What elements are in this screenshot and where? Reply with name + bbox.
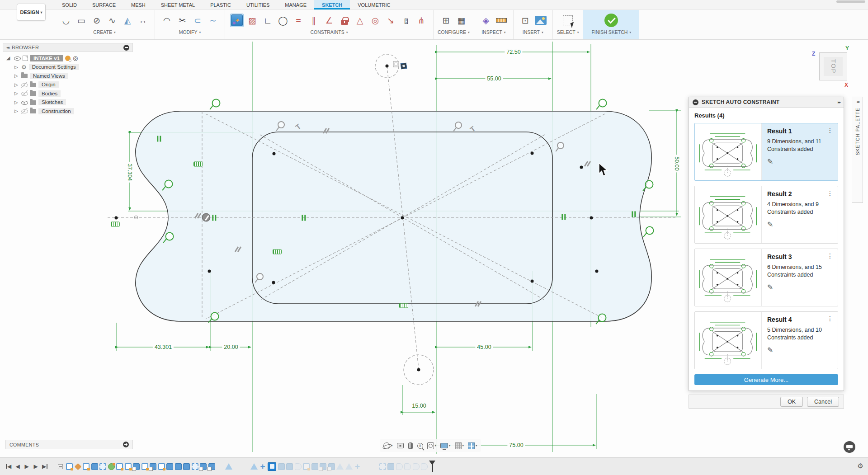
browser-item-named-views[interactable]: ▷Named Views (3, 71, 133, 80)
eye-off-icon[interactable] (21, 82, 28, 88)
timeline-item-sketch[interactable] (66, 463, 73, 470)
timeline-item-form[interactable] (108, 463, 115, 470)
timeline-item-copy[interactable] (133, 463, 140, 470)
eye-icon[interactable] (14, 55, 20, 61)
workspace-selector[interactable]: DESIGN ▾ (17, 4, 46, 21)
dimension-label[interactable]: 72.50 (505, 49, 522, 55)
dimension-label[interactable]: 15.00 (410, 403, 428, 409)
ok-button[interactable]: OK (780, 397, 803, 407)
dimension-label[interactable]: 55.00 (485, 75, 503, 82)
midpoint-icon[interactable]: ↘ (384, 14, 397, 27)
timeline-item-extrude[interactable] (175, 463, 182, 470)
fix-lock-icon[interactable] (338, 14, 351, 27)
dimension-label[interactable]: 50.00 (674, 155, 680, 172)
dimension-label[interactable]: 75.00 (507, 442, 525, 448)
tab-utilities[interactable]: UTILITIES (239, 0, 277, 9)
parallel-constraint-icon[interactable] (323, 127, 330, 135)
perpendicular-icon[interactable]: ∠ (322, 14, 336, 27)
browser-item-document-settings[interactable]: ▷⚙Document Settings (3, 63, 133, 72)
timeline-item-round[interactable] (421, 463, 428, 470)
finish-sketch-icon[interactable] (604, 14, 618, 27)
browser-item-bodies[interactable]: ▷Bodies (3, 89, 133, 98)
browser-item-origin[interactable]: ▷Origin (3, 80, 133, 89)
toolbar-group-label-modify[interactable]: MODIFY▾ (159, 28, 221, 36)
edit-result-icon[interactable]: ✎ (767, 283, 773, 292)
tab-surface[interactable]: SURFACE (85, 0, 123, 9)
edit-result-icon[interactable]: ✎ (767, 157, 773, 166)
tab-sheet-metal[interactable]: SHEET METAL (153, 0, 203, 9)
sq-gray-constraint-icon[interactable] (393, 61, 399, 67)
equal-icon[interactable]: = (292, 14, 305, 27)
sketch-point[interactable] (417, 368, 420, 372)
tab-sketch[interactable]: SKETCH (314, 0, 350, 9)
timeline-item-mirror[interactable] (336, 463, 344, 470)
add-comment-icon[interactable] (123, 442, 129, 447)
ruler-constraint-icon[interactable] (273, 249, 282, 254)
result-card-4[interactable]: Result 4⋮5 Dimensions, and 10 Constraint… (694, 311, 838, 369)
circ-gray-constraint-icon[interactable] (455, 122, 462, 129)
configure-feature-icon[interactable]: ⊞ (439, 14, 453, 27)
timeline-item-plane[interactable] (74, 463, 81, 470)
timeline-item-combine[interactable] (242, 463, 249, 470)
sq-blue-constraint-icon[interactable] (401, 63, 407, 70)
fit-icon[interactable]: ▾ (427, 442, 437, 449)
timeline-item-copy[interactable] (208, 463, 215, 470)
select-icon[interactable] (561, 14, 575, 27)
timeline-item-active[interactable] (268, 462, 276, 471)
tab-manage[interactable]: MANAGE (277, 0, 314, 9)
result-menu-icon[interactable]: ⋮ (827, 190, 833, 197)
result-menu-icon[interactable]: ⋮ (827, 253, 833, 259)
result-card-2[interactable]: Result 2⋮4 Dimensions, and 9 Constraints… (694, 186, 838, 244)
timeline-item-combine[interactable] (234, 463, 241, 470)
vertical-constraint-icon[interactable] (212, 215, 216, 221)
result-card-3[interactable]: Result 3⋮6 Dimensions, and 15 Constraint… (694, 249, 838, 306)
timeline-item-extrude[interactable] (286, 463, 293, 470)
timeline-item-combine[interactable] (363, 463, 369, 470)
timeline-item-move[interactable] (259, 463, 266, 470)
timeline-item-mirror[interactable] (225, 463, 232, 470)
circ-gray-constraint-icon[interactable] (278, 121, 285, 128)
sketch-point[interactable] (273, 152, 276, 155)
browser-item-construction[interactable]: ▷Construction (3, 107, 133, 116)
view-cube-face[interactable]: TOP (819, 52, 847, 80)
viewports-icon[interactable]: ▾ (468, 442, 477, 449)
timeline-item-extrude[interactable] (387, 463, 394, 470)
tangent-constraint-icon[interactable] (598, 314, 607, 322)
auto-constraint-icon[interactable] (230, 14, 244, 27)
sketch-point[interactable] (401, 216, 404, 220)
look-at-icon[interactable] (397, 443, 404, 448)
timeline-item-mirror[interactable] (250, 463, 258, 470)
fillet-icon[interactable]: ◠ (160, 14, 174, 27)
result-menu-icon[interactable]: ⋮ (827, 127, 833, 134)
sketch-point[interactable] (531, 152, 534, 155)
vertical-constraint-icon[interactable] (632, 212, 636, 217)
activate-component-icon[interactable]: ◎ (73, 55, 78, 61)
edit-result-icon[interactable]: ✎ (767, 220, 773, 229)
tab-plastic[interactable]: PLASTIC (203, 0, 239, 9)
vertical-constraint-icon[interactable] (157, 136, 161, 142)
result-card-1[interactable]: Result 1⋮9 Dimensions, and 11 Constraint… (694, 123, 838, 181)
pan-icon[interactable] (408, 442, 413, 449)
timeline-item-extrude[interactable] (91, 463, 98, 470)
zoom-icon[interactable] (417, 443, 423, 449)
insert-derive-icon[interactable]: ⊡ (519, 14, 532, 27)
grid-settings-icon[interactable]: ▾ (455, 442, 464, 449)
timeline-item-extrude[interactable] (311, 463, 318, 470)
toolbar-group-label-finish-sketch[interactable]: FINISH SKETCH▾ (591, 28, 631, 36)
sketch-point[interactable] (208, 270, 211, 273)
mirror-icon[interactable]: ◭ (121, 14, 134, 27)
timeline-item-sketch[interactable] (142, 463, 148, 470)
cancel-button[interactable]: Cancel (807, 397, 839, 407)
sketch-point[interactable] (580, 166, 583, 169)
comments-bar[interactable]: COMMENTS (5, 440, 133, 449)
horizontal-vertical-icon[interactable]: ∟ (261, 14, 274, 27)
generate-more-button[interactable]: Generate More... (694, 374, 838, 385)
sketch-point[interactable] (531, 280, 534, 283)
dimension-icon[interactable]: ↔ (136, 14, 150, 27)
tangent-icon[interactable]: ◯ (276, 14, 290, 27)
skip-start-button[interactable]: ◀ (5, 462, 13, 470)
configuration-table-icon[interactable]: ▦ (454, 14, 468, 27)
timeline-item-extrude[interactable] (278, 463, 285, 470)
offset-icon[interactable]: ⊂ (191, 14, 204, 27)
circle-icon[interactable]: ⊘ (90, 14, 104, 27)
